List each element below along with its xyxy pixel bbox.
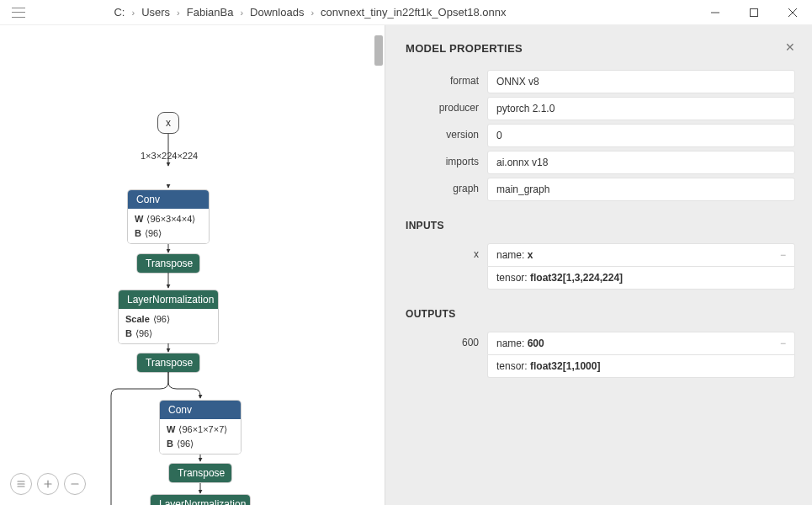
breadcrumb-seg[interactable]: convnext_tiny_in22ft1k_Opset18.onnx <box>321 6 506 19</box>
titlebar: C:› Users› FabianBa› Downloads› convnext… <box>0 0 812 25</box>
field-prefix: name: <box>496 338 528 349</box>
prop-row-format: format ONNX v8 <box>406 70 795 93</box>
prop-label: producer <box>406 97 487 120</box>
prop-row-graph: graph main_graph <box>406 178 795 201</box>
tensor-shape-label: 1×3×224×224 <box>141 151 198 161</box>
node-header: Conv <box>128 190 209 209</box>
input-name[interactable]: name: x − <box>487 243 795 267</box>
chevron-right-icon: › <box>310 8 314 18</box>
svg-rect-1 <box>751 9 758 17</box>
field-prefix: tensor: <box>496 272 530 284</box>
breadcrumb-seg[interactable]: FabianBa <box>187 6 234 19</box>
vertical-scrollbar[interactable] <box>374 27 383 505</box>
scrollbar-thumb[interactable] <box>374 35 383 66</box>
zoom-in-icon[interactable] <box>37 473 59 495</box>
node-body: W⟨96×3×4×4⟩ B⟨96⟩ <box>128 209 209 243</box>
inputs-header: INPUTS <box>406 220 795 231</box>
prop-label: imports <box>406 151 487 174</box>
node-header: Transpose <box>137 354 199 372</box>
chevron-right-icon: › <box>240 8 243 18</box>
prop-row-producer: producer pytorch 2.1.0 <box>406 97 795 120</box>
maximize-button[interactable] <box>735 0 773 25</box>
input-row: x name: x − tensor: float32[1,3,224,224] <box>406 243 795 290</box>
node-layernorm[interactable]: LayerNormalization <box>151 495 250 505</box>
close-button[interactable] <box>773 0 812 25</box>
prop-row-version: version 0 <box>406 124 795 147</box>
prop-row-imports: imports ai.onnx v18 <box>406 151 795 174</box>
node-transpose[interactable]: Transpose <box>169 464 231 482</box>
prop-label: format <box>406 70 487 93</box>
node-header: Transpose <box>169 464 231 482</box>
node-transpose[interactable]: Transpose <box>137 254 199 273</box>
minimize-button[interactable] <box>696 0 735 25</box>
breadcrumb: C:› Users› FabianBa› Downloads› convnext… <box>42 6 696 19</box>
node-header: LayerNormalization <box>119 290 218 309</box>
list-icon[interactable] <box>10 473 32 495</box>
tensor-name: x <box>166 117 171 129</box>
graph-canvas[interactable]: x 1×3×224×224 Conv W⟨96×3×4×4⟩ B⟨96⟩ Tra… <box>0 25 385 505</box>
field-prefix: tensor: <box>496 360 530 372</box>
chevron-right-icon: › <box>177 8 180 18</box>
tensor-box: x <box>157 112 179 134</box>
input-tensor[interactable]: tensor: float32[1,3,224,224] <box>487 267 795 290</box>
collapse-icon[interactable]: − <box>780 249 786 261</box>
breadcrumb-seg[interactable]: C: <box>114 6 125 19</box>
prop-value[interactable]: ai.onnx v18 <box>487 151 795 174</box>
close-icon[interactable]: ✕ <box>785 40 795 54</box>
breadcrumb-seg[interactable]: Downloads <box>250 6 304 19</box>
output-row: 600 name: 600 − tensor: float32[1,1000] <box>406 332 795 378</box>
prop-value[interactable]: pytorch 2.1.0 <box>487 97 795 120</box>
collapse-icon[interactable]: − <box>780 338 786 349</box>
zoom-out-icon[interactable] <box>64 473 86 495</box>
outputs-header: OUTPUTS <box>406 308 795 320</box>
output-name[interactable]: name: 600 − <box>487 332 795 355</box>
field-value: float32[1,3,224,224] <box>530 272 623 284</box>
input-label: x <box>406 243 487 290</box>
panel-title: MODEL PROPERTIES <box>406 42 795 55</box>
node-conv[interactable]: Conv W⟨96×3×4×4⟩ B⟨96⟩ <box>128 190 209 243</box>
chevron-right-icon: › <box>131 8 135 18</box>
node-header: Conv <box>160 401 241 419</box>
prop-label: version <box>406 124 487 147</box>
node-layernorm[interactable]: LayerNormalization Scale⟨96⟩ B⟨96⟩ <box>119 290 218 343</box>
output-tensor[interactable]: tensor: float32[1,1000] <box>487 355 795 378</box>
graph-input-node[interactable]: x <box>157 112 179 134</box>
prop-value[interactable]: ONNX v8 <box>487 70 795 93</box>
node-header: LayerNormalization <box>151 495 250 505</box>
field-prefix: name: <box>496 249 528 261</box>
node-body: W⟨96×1×7×7⟩ B⟨96⟩ <box>160 419 241 454</box>
prop-value[interactable]: main_graph <box>487 178 795 201</box>
node-body: Scale⟨96⟩ B⟨96⟩ <box>119 309 218 343</box>
field-value: 600 <box>528 338 544 349</box>
node-header: Transpose <box>137 254 199 273</box>
breadcrumb-seg[interactable]: Users <box>141 6 170 19</box>
node-transpose[interactable]: Transpose <box>137 354 199 372</box>
prop-label: graph <box>406 178 487 201</box>
canvas-tools <box>10 473 86 495</box>
properties-panel: ✕ MODEL PROPERTIES format ONNX v8 produc… <box>385 25 812 505</box>
field-value: x <box>528 249 533 261</box>
prop-value[interactable]: 0 <box>487 124 795 147</box>
field-value: float32[1,1000] <box>530 360 600 372</box>
menu-icon[interactable] <box>12 8 25 18</box>
window-controls <box>696 0 812 24</box>
output-label: 600 <box>406 332 487 378</box>
node-conv[interactable]: Conv W⟨96×1×7×7⟩ B⟨96⟩ <box>160 401 241 454</box>
